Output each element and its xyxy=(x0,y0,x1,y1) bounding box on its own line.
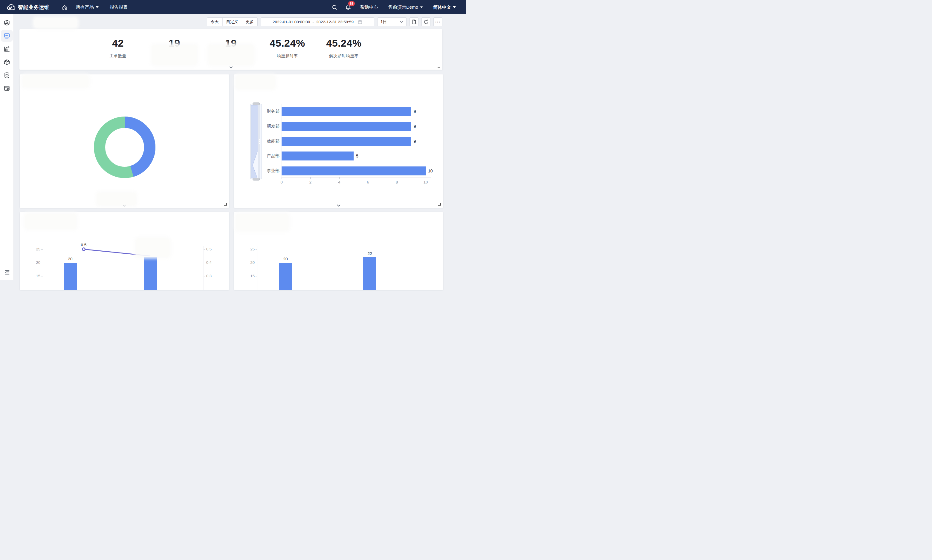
bar-value-label: 22 xyxy=(367,251,372,256)
category-label: 产品部 xyxy=(236,153,279,158)
bar-row: 财务部9 xyxy=(282,107,437,116)
stat-item: 19 xyxy=(146,29,203,70)
card-more-menu-button[interactable]: ··· xyxy=(433,17,442,26)
today-button[interactable]: 今天 xyxy=(207,18,222,26)
x-tick-label: 2 xyxy=(310,180,311,185)
bar xyxy=(282,151,354,160)
left-tick-label: 20 xyxy=(251,260,255,265)
calendar-icon xyxy=(358,20,362,24)
x-tick xyxy=(339,177,340,179)
cloud-logo-icon xyxy=(6,4,15,11)
bar xyxy=(279,263,292,280)
home-icon xyxy=(62,5,68,10)
bar-value-label: 5 xyxy=(356,154,358,158)
nav-reports[interactable]: 报告报表 xyxy=(106,0,132,14)
sidebar-item-package[interactable] xyxy=(1,56,13,68)
bar xyxy=(363,257,376,280)
brand-block: 智能业务运维 xyxy=(0,4,58,11)
chevron-down-icon xyxy=(96,6,99,8)
nav-all-products[interactable]: 所有产品 xyxy=(72,0,103,14)
bar-row: 事业部10 xyxy=(282,166,437,175)
top-navbar: 智能业务运维 所有产品 报告报表 35 帮助中心 售前演示Demo xyxy=(0,0,466,14)
redaction-smudge-title xyxy=(236,75,275,89)
left-tick xyxy=(256,249,257,249)
resize-handle[interactable] xyxy=(224,203,227,206)
stat-item: 45.24%解决超时响应率 xyxy=(316,29,372,70)
date-start-value: 2022-01-01 00:00:00 xyxy=(273,20,310,24)
redaction-smudge-label xyxy=(152,45,197,65)
stat-label: 工单数量 xyxy=(90,54,146,59)
redaction-smudge-title xyxy=(23,75,88,87)
category-label: 财务部 xyxy=(236,109,279,114)
bar-chart-card: 2520152022 xyxy=(234,212,443,280)
redaction-smudge-title xyxy=(236,214,288,231)
custom-range-button[interactable]: 自定义 xyxy=(222,18,242,26)
more-presets-button[interactable]: 更多 xyxy=(242,18,257,26)
bar-value-label: 9 xyxy=(414,139,416,144)
resize-handle[interactable] xyxy=(438,203,441,206)
sidebar-item-model[interactable] xyxy=(1,17,13,29)
time-preset-group: 今天 自定义 更多 xyxy=(207,17,258,26)
bar-row: 效能部9 xyxy=(282,137,437,146)
date-end-value: 2022-12-31 23:59:59 xyxy=(316,20,354,24)
stats-row: 42工单数量191945.24%响应超时率45.24%解决超时响应率 xyxy=(19,29,442,70)
stat-label: 响应超时率 xyxy=(259,54,316,59)
stat-value: 45.24% xyxy=(259,37,316,49)
category-label: 研发部 xyxy=(236,124,279,129)
help-center-link[interactable]: 帮助中心 xyxy=(356,0,382,14)
sidebar-item-database[interactable] xyxy=(1,69,13,81)
collapse-card-chevron[interactable] xyxy=(337,205,340,207)
bar-value-label: 9 xyxy=(414,124,416,129)
server-gear-icon xyxy=(4,85,10,92)
donut-chart xyxy=(93,116,156,179)
left-tick-label: 25 xyxy=(251,247,255,251)
sidebar-item-cmdb[interactable] xyxy=(1,83,13,94)
x-tick xyxy=(368,177,368,179)
export-save-button[interactable] xyxy=(410,17,419,26)
refresh-button[interactable] xyxy=(422,17,430,26)
redaction-smudge-value xyxy=(136,238,169,257)
chevron-down-icon xyxy=(420,6,423,8)
user-menu[interactable]: 售前演示Demo xyxy=(384,0,427,14)
left-sidebar xyxy=(0,14,14,280)
bar xyxy=(282,137,411,146)
bar xyxy=(282,166,426,175)
left-axis-line xyxy=(257,246,257,280)
app-title: 智能业务运维 xyxy=(18,4,49,11)
search-button[interactable] xyxy=(329,0,340,14)
language-menu[interactable]: 简体中文 xyxy=(429,0,460,14)
notifications-button[interactable]: 35 xyxy=(342,0,354,14)
stat-item: 19 xyxy=(203,29,259,70)
date-separator: - xyxy=(312,20,314,24)
x-tick xyxy=(310,177,311,179)
stat-value: 45.24% xyxy=(316,37,372,49)
bar xyxy=(282,122,411,131)
chevron-down-icon xyxy=(400,21,403,23)
sidebar-collapse-button[interactable] xyxy=(1,266,13,278)
dept-bar-chart-card: 财务部9研发部9效能部9产品部5事业部100246810 xyxy=(234,74,443,208)
donut-chart-card xyxy=(20,74,229,208)
resize-handle[interactable] xyxy=(438,65,440,68)
dept-bar-plot: 财务部9研发部9效能部9产品部5事业部100246810 xyxy=(234,74,443,208)
redaction-smudge-label xyxy=(209,45,253,65)
combo-chart-card: 252015200.50.40.30.5 xyxy=(20,212,229,280)
collapse-stats-chevron[interactable] xyxy=(229,66,233,69)
x-tick-label: 8 xyxy=(396,180,398,185)
home-button[interactable] xyxy=(58,0,72,14)
interval-select[interactable]: 1日 xyxy=(377,17,407,26)
bar-row: 研发部9 xyxy=(282,122,437,131)
sidebar-item-dashboard[interactable] xyxy=(1,30,13,42)
date-range-input[interactable]: 2022-01-01 00:00:00 - 2022-12-31 23:59:5… xyxy=(260,17,374,26)
category-label: 事业部 xyxy=(236,168,279,174)
more-ellipsis-icon: ··· xyxy=(435,19,441,25)
sidebar-item-analytics[interactable] xyxy=(1,43,13,55)
bar-row: 产品部5 xyxy=(282,151,437,160)
chevron-down-icon xyxy=(453,6,456,8)
export-save-icon xyxy=(411,19,417,25)
stat-label: 解决超时响应率 xyxy=(316,54,372,59)
redaction-smudge-legend xyxy=(97,193,136,205)
collapse-menu-icon xyxy=(4,269,10,275)
stat-item: 42工单数量 xyxy=(90,29,146,70)
line-point-marker xyxy=(83,248,85,251)
category-label: 效能部 xyxy=(236,138,279,144)
